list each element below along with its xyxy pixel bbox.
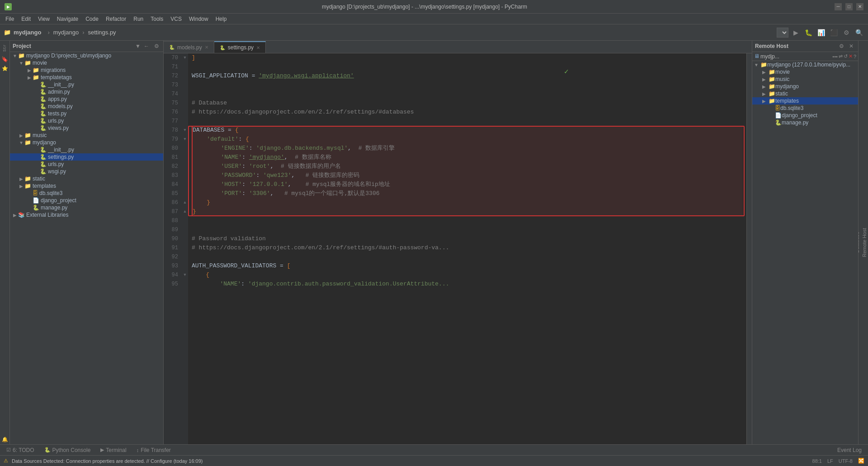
menu-code[interactable]: Code — [82, 15, 102, 23]
favorites-icon[interactable]: ⭐ — [2, 66, 8, 71]
coverage-button[interactable]: 📊 — [816, 27, 826, 38]
code-editor[interactable]: 70 71 72 73 74 75 76 77 78 79 80 81 82 8… — [164, 53, 752, 444]
stop-button[interactable]: ⬛ — [828, 27, 839, 38]
tree-movie[interactable]: ▼ 📁 movie — [10, 59, 163, 67]
remote-arrows-btn[interactable]: ⇌ — [839, 53, 843, 59]
remote-tree-movie[interactable]: ▶ 📁 movie — [752, 68, 858, 76]
tree-views[interactable]: 🐍 views.py — [10, 124, 163, 132]
tree-models[interactable]: 🐍 models.py — [10, 103, 163, 110]
tree-manage[interactable]: 🐍 manage.py — [10, 204, 163, 211]
tree-root-mydjango[interactable]: ▼ 📁 mydjango D:\projects_ub\mydjango — [10, 52, 163, 59]
remote-tree-label: manage.py — [782, 119, 808, 126]
bottom-tab-python-console[interactable]: 🐍 Python Console — [40, 445, 95, 455]
tree-init-movie[interactable]: 🐍 __init__.py — [10, 81, 163, 88]
tab-bar: 🐍 models.py ✕ 🐍 settings.py ✕ — [164, 41, 752, 53]
remote-tree-db[interactable]: 🗄 db.sqlite3 — [752, 105, 858, 112]
tab-settings[interactable]: 🐍 settings.py ✕ — [214, 41, 266, 53]
run-button[interactable]: ▶ — [790, 27, 801, 38]
tree-apps[interactable]: 🐍 apps.py — [10, 95, 163, 103]
tree-arrow: ▼ — [12, 53, 18, 58]
menu-view[interactable]: View — [34, 15, 53, 23]
remote-help-btn[interactable]: ? — [854, 54, 856, 59]
code-line-84: 'HOST': '127.0.0.1', # mysql服务器的域名和ip地址 — [192, 180, 743, 189]
remote-tree-templates[interactable]: ▶ 📁 templates — [752, 97, 858, 105]
tab-close-settings[interactable]: ✕ — [256, 45, 260, 50]
fold-86[interactable]: ▲ — [182, 198, 188, 207]
tree-admin[interactable]: 🐍 admin.py — [10, 88, 163, 95]
tree-django-project[interactable]: 📄 django_project — [10, 197, 163, 204]
run-config-dropdown[interactable] — [777, 28, 788, 38]
tree-static[interactable]: ▶ 📁 static — [10, 175, 163, 182]
line-num-88: 88 — [164, 216, 178, 225]
remote-dots-btn[interactable]: ••• — [832, 54, 838, 59]
fold-78[interactable]: ▼ — [182, 126, 188, 135]
remote-tree-django-project[interactable]: 📄 django_project — [752, 112, 858, 119]
remote-tree-manage[interactable]: 🐍 manage.py — [752, 119, 858, 126]
bottom-tab-terminal[interactable]: ▶ Terminal — [96, 445, 131, 455]
menu-help[interactable]: Help — [212, 15, 231, 23]
tree-migrations[interactable]: ▶ 📁 migrations — [10, 67, 163, 74]
fold-94[interactable]: ▼ — [182, 271, 188, 280]
folder-icon: 📁 — [24, 176, 31, 182]
tree-db-sqlite[interactable]: 🗄 db.sqlite3 — [10, 190, 163, 197]
remote-host-side-label[interactable]: Remote Host — [861, 224, 868, 261]
bottom-tab-file-transfer[interactable]: ↕ File Transfer — [132, 445, 175, 455]
close-button[interactable]: ✕ — [856, 3, 863, 10]
bookmarks-icon[interactable]: 🔖 — [1, 56, 8, 63]
tab-models[interactable]: 🐍 models.py ✕ — [164, 41, 214, 53]
fold-87[interactable]: ▲ — [182, 207, 188, 216]
project-panel-collapse[interactable]: ← — [142, 42, 151, 50]
tree-wsgi[interactable]: 🐍 wsgi.py — [10, 168, 163, 175]
fold-70[interactable]: ▼ — [182, 53, 188, 62]
minimize-button[interactable]: ─ — [835, 3, 842, 10]
remote-settings-btn[interactable]: ⚙ — [837, 42, 845, 50]
event-log-label: Event Log — [837, 447, 862, 453]
debug-button[interactable]: 🐛 — [803, 27, 814, 38]
bottom-tab-todo[interactable]: ☑ 6: TODO — [2, 445, 39, 455]
tree-urls-movie[interactable]: 🐍 urls.py — [10, 117, 163, 124]
settings-button[interactable]: ⚙ — [841, 27, 852, 38]
remote-tree-root[interactable]: ▼ 📁 mydjango (127.0.0.1/home/pyvip... — [752, 61, 858, 68]
path-separator2: › — [82, 29, 84, 36]
remote-tree-static[interactable]: ▶ 📁 static — [752, 90, 858, 97]
menu-tools[interactable]: Tools — [147, 15, 167, 23]
code-line-90: # Password validation — [192, 234, 743, 243]
vertical-scrollbar[interactable] — [746, 53, 752, 444]
remote-close-btn[interactable]: ✕ — [847, 42, 855, 50]
remote-tree-mydjango-pkg[interactable]: ▶ 📁 mydjango — [752, 83, 858, 90]
tree-templatetags[interactable]: ▶ 📁 templatetags — [10, 74, 163, 81]
event-log-btn[interactable]: Event Log — [833, 445, 866, 455]
tree-tests[interactable]: 🐍 tests.py — [10, 110, 163, 117]
remote-tree-label: mydjango — [775, 83, 799, 90]
menu-edit[interactable]: Edit — [18, 15, 34, 23]
tab-close-models[interactable]: ✕ — [205, 45, 208, 50]
menu-navigate[interactable]: Navigate — [53, 15, 82, 23]
menu-run[interactable]: Run — [130, 15, 147, 23]
fold-79[interactable]: ▼ — [182, 135, 188, 144]
notifications-icon[interactable]: 🔔 — [2, 437, 8, 442]
remote-disconnect-btn[interactable]: ✕ — [849, 53, 853, 59]
menu-refactor[interactable]: Refactor — [102, 15, 130, 23]
menu-vcs[interactable]: VCS — [167, 15, 185, 23]
menu-window[interactable]: Window — [185, 15, 212, 23]
tree-music[interactable]: ▶ 📁 music — [10, 132, 163, 139]
maximize-button[interactable]: □ — [845, 3, 853, 10]
structure-icon[interactable]: Str — [2, 43, 8, 53]
code-line-70: ] — [192, 53, 743, 62]
python-file-icon: 🐍 — [40, 168, 47, 175]
tree-settings[interactable]: 🐍 settings.py — [10, 153, 163, 161]
database-side-label[interactable]: Database — [858, 228, 861, 257]
code-token — [193, 162, 221, 171]
tree-external-libs[interactable]: ▶ 📚 External Libraries — [10, 211, 163, 219]
tree-init-mydjango[interactable]: 🐍 __init__.py — [10, 146, 163, 153]
tree-urls-mydjango[interactable]: 🐍 urls.py — [10, 161, 163, 168]
line-num-77: 77 — [164, 117, 178, 126]
project-panel-settings[interactable]: ⚙ — [152, 42, 160, 50]
remote-tree-music[interactable]: ▶ 📁 music — [752, 76, 858, 83]
search-button[interactable]: 🔍 — [854, 27, 864, 38]
tree-templates[interactable]: ▶ 📁 templates — [10, 182, 163, 190]
remote-refresh-btn[interactable]: ↺ — [844, 53, 848, 59]
menu-file[interactable]: File — [2, 15, 18, 23]
tree-mydjango-pkg[interactable]: ▼ 📁 mydjango — [10, 139, 163, 146]
code-token — [193, 153, 221, 162]
